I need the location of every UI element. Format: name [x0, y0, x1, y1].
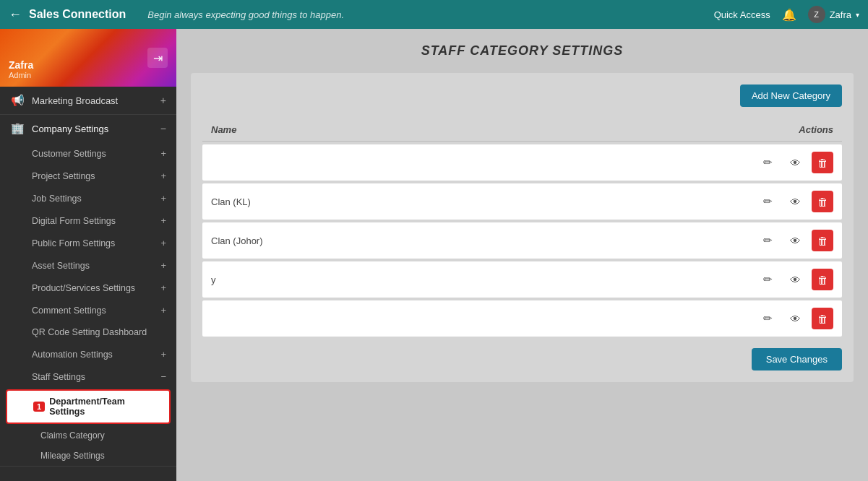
- sidebar-item-claims-category[interactable]: Claims Category: [0, 425, 176, 446]
- delete-button[interactable]: 🗑: [812, 191, 833, 212]
- expand-icon: +: [160, 215, 166, 226]
- sub-nav-label: Mileage Settings: [40, 451, 105, 461]
- row-name: y: [211, 274, 757, 285]
- panel-toolbar: Add New Category: [202, 84, 842, 107]
- sidebar-nav: 📢 Marketing Broadcast + 🏢 Company Settin…: [0, 87, 176, 467]
- row-actions: ✏ 👁 🗑: [757, 191, 833, 212]
- app-title: Sales Connection: [29, 8, 126, 21]
- table-row: ✏ 👁 🗑: [202, 300, 842, 337]
- delete-button[interactable]: 🗑: [812, 230, 833, 251]
- sidebar-item-department-team-settings[interactable]: 1 Department/Team Settings: [6, 389, 171, 424]
- edit-button[interactable]: ✏: [757, 230, 778, 251]
- sub-nav-label: Claims Category: [40, 430, 105, 441]
- company-icon: 🏢: [10, 122, 25, 135]
- main-content: STAFF CATEGORY SETTINGS Add New Category…: [176, 29, 868, 481]
- sub-nav-label: Public Form Settings: [32, 238, 115, 248]
- sidebar-item-product-services-settings[interactable]: Product/Services Settings +: [0, 277, 176, 299]
- header-user-name: Zafra: [830, 9, 851, 20]
- table-row: Clan (Johor) ✏ 👁 🗑: [202, 222, 842, 259]
- sub-nav-label: Customer Settings: [32, 149, 106, 159]
- edit-button[interactable]: ✏: [757, 191, 778, 212]
- sub-nav-label: Asset Settings: [32, 261, 90, 271]
- sidebar-item-mileage-settings[interactable]: Mileage Settings: [0, 446, 176, 466]
- nav-section-company-settings: 🏢 Company Settings − Customer Settings +…: [0, 115, 176, 467]
- sub-nav-label: QR Code Setting Dashboard: [32, 327, 147, 337]
- sub-nav-label: Comment Settings: [32, 306, 106, 316]
- sidebar-item-job-settings[interactable]: Job Settings +: [0, 187, 176, 209]
- row-actions: ✏ 👁 🗑: [757, 152, 833, 173]
- sidebar-user-name: Zafra: [9, 59, 33, 71]
- edit-button[interactable]: ✏: [757, 152, 778, 173]
- sidebar-item-qr-code-setting[interactable]: QR Code Setting Dashboard: [0, 321, 176, 343]
- quick-access-button[interactable]: Quick Access: [714, 9, 770, 20]
- edit-button[interactable]: ✏: [757, 269, 778, 290]
- sidebar-item-marketing-broadcast[interactable]: 📢 Marketing Broadcast +: [0, 87, 176, 114]
- sidebar-item-label: Marketing Broadcast: [32, 95, 160, 106]
- content-panel: Add New Category Name Actions ✏ 👁 🗑 Clan…: [191, 73, 854, 382]
- view-button[interactable]: 👁: [784, 152, 806, 173]
- logout-button[interactable]: ⇥: [147, 48, 168, 68]
- sidebar-item-label: Company Settings: [32, 124, 160, 134]
- table-header: Name Actions: [202, 118, 842, 142]
- sidebar-user-info: Zafra Admin: [9, 59, 33, 79]
- sub-nav-label: Product/Services Settings: [32, 283, 135, 293]
- sub-nav-label: Department/Team Settings: [49, 396, 159, 417]
- user-menu[interactable]: Z Zafra ▾: [808, 6, 859, 23]
- row-actions: ✏ 👁 🗑: [757, 308, 833, 329]
- chevron-down-icon: ▾: [856, 11, 859, 19]
- table-row: ✏ 👁 🗑: [202, 144, 842, 181]
- marketing-icon: 📢: [10, 94, 25, 107]
- edit-button[interactable]: ✏: [757, 308, 778, 329]
- sidebar-item-company-settings[interactable]: 🏢 Company Settings −: [0, 115, 176, 142]
- avatar: Z: [808, 6, 825, 23]
- row-actions: ✏ 👁 🗑: [757, 269, 833, 290]
- expand-icon: +: [160, 193, 166, 204]
- row-actions: ✏ 👁 🗑: [757, 230, 833, 251]
- expand-icon: +: [160, 349, 166, 360]
- expand-icon: +: [160, 95, 166, 106]
- row-name: Clan (KL): [211, 196, 757, 207]
- collapse-icon: −: [160, 371, 166, 382]
- expand-icon: +: [160, 260, 166, 271]
- sidebar-item-customer-settings[interactable]: Customer Settings +: [0, 142, 176, 165]
- nav-section-marketing: 📢 Marketing Broadcast +: [0, 87, 176, 115]
- sidebar-item-automation-settings[interactable]: Automation Settings +: [0, 343, 176, 365]
- sub-nav-label: Job Settings: [32, 194, 82, 204]
- tagline: Begin always expecting good things to ha…: [147, 9, 713, 20]
- expand-icon: +: [160, 170, 166, 181]
- col-name-header: Name: [211, 124, 236, 135]
- view-button[interactable]: 👁: [784, 308, 806, 329]
- back-button[interactable]: ←: [9, 7, 22, 22]
- sub-nav-label: Automation Settings: [32, 350, 113, 360]
- top-header: ← Sales Connection Begin always expectin…: [0, 0, 868, 29]
- sidebar-item-comment-settings[interactable]: Comment Settings +: [0, 299, 176, 321]
- collapse-icon: −: [160, 123, 166, 134]
- add-new-category-button[interactable]: Add New Category: [740, 84, 842, 107]
- sidebar: Zafra Admin ⇥ 📢 Marketing Broadcast + 🏢 …: [0, 29, 176, 481]
- expand-icon: +: [160, 148, 166, 159]
- delete-button[interactable]: 🗑: [812, 269, 833, 290]
- view-button[interactable]: 👁: [784, 191, 806, 212]
- save-changes-button[interactable]: Save Changes: [752, 348, 842, 370]
- sidebar-item-public-form-settings[interactable]: Public Form Settings +: [0, 232, 176, 254]
- main-layout: Zafra Admin ⇥ 📢 Marketing Broadcast + 🏢 …: [0, 29, 868, 481]
- header-right-actions: Quick Access 🔔 Z Zafra ▾: [714, 6, 859, 23]
- notification-bell-icon[interactable]: 🔔: [782, 8, 796, 22]
- col-actions-header: Actions: [799, 124, 833, 135]
- view-button[interactable]: 👁: [784, 230, 806, 251]
- sidebar-item-project-settings[interactable]: Project Settings +: [0, 165, 176, 187]
- view-button[interactable]: 👁: [784, 269, 806, 290]
- expand-icon: +: [160, 305, 166, 316]
- panel-footer: Save Changes: [202, 348, 842, 370]
- delete-button[interactable]: 🗑: [812, 308, 833, 329]
- sub-nav-label: Staff Settings: [32, 372, 85, 382]
- row-name: Clan (Johor): [211, 235, 757, 246]
- sidebar-item-asset-settings[interactable]: Asset Settings +: [0, 254, 176, 277]
- sub-nav-label: Digital Form Settings: [32, 216, 116, 226]
- page-title: STAFF CATEGORY SETTINGS: [191, 43, 854, 58]
- sidebar-item-digital-form-settings[interactable]: Digital Form Settings +: [0, 209, 176, 232]
- sidebar-item-staff-settings[interactable]: Staff Settings −: [0, 365, 176, 388]
- sidebar-user-role: Admin: [9, 71, 33, 79]
- sidebar-profile: Zafra Admin ⇥: [0, 29, 176, 87]
- delete-button[interactable]: 🗑: [812, 152, 833, 173]
